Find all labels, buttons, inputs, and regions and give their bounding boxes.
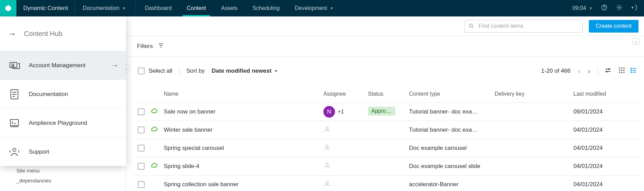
search-icon bbox=[468, 23, 474, 29]
avatar: N bbox=[323, 106, 335, 118]
nav-documentation[interactable]: Documentation ▼ bbox=[75, 0, 136, 16]
filter-icon[interactable] bbox=[158, 42, 164, 51]
content-table: Name Assignee Status Content type Delive… bbox=[136, 85, 639, 191]
th-delivery-key[interactable]: Delivery key bbox=[495, 91, 573, 97]
next-page-button[interactable]: › bbox=[586, 67, 592, 75]
dropdown-item[interactable]: Amplience Playground bbox=[0, 108, 126, 137]
cloud-published-icon bbox=[151, 126, 164, 134]
row-last-modified: 04/01/2024 bbox=[573, 145, 635, 152]
th-name[interactable]: Name bbox=[164, 91, 323, 97]
svg-point-21 bbox=[326, 127, 328, 129]
svg-rect-7 bbox=[621, 67, 622, 69]
svg-rect-19 bbox=[631, 71, 632, 73]
assignee-cell[interactable]: N+1 bbox=[323, 106, 368, 118]
divider bbox=[598, 67, 598, 75]
row-checkbox[interactable] bbox=[138, 181, 145, 188]
settings-sliders-icon[interactable] bbox=[604, 67, 612, 76]
clock[interactable]: 09:04 ▼ bbox=[572, 5, 593, 11]
row-content-type: Tutorial banner- doc exam… bbox=[409, 108, 481, 115]
svg-rect-11 bbox=[623, 70, 625, 71]
svg-rect-14 bbox=[623, 72, 625, 73]
svg-point-1 bbox=[604, 9, 605, 9]
logo-tile[interactable] bbox=[0, 0, 16, 16]
grid-view-button[interactable] bbox=[618, 67, 626, 76]
svg-point-2 bbox=[619, 7, 620, 9]
dropdown-item[interactable]: Account Management→ bbox=[0, 51, 126, 80]
svg-rect-17 bbox=[631, 70, 632, 71]
table-row[interactable]: Spring collection sale banneraccelerator… bbox=[136, 176, 639, 191]
row-checkbox[interactable] bbox=[138, 145, 145, 152]
row-checkbox[interactable] bbox=[138, 163, 145, 170]
svg-point-22 bbox=[326, 145, 328, 147]
search-input[interactable] bbox=[478, 23, 579, 29]
table-row[interactable]: Winter sale bannerTutorial banner- doc e… bbox=[136, 121, 639, 139]
filters-label[interactable]: Filters bbox=[137, 43, 153, 50]
prev-page-button[interactable]: ‹ bbox=[577, 67, 582, 75]
row-content-type: Doc example carousel slide bbox=[409, 163, 481, 170]
dropdown-item-icon bbox=[8, 146, 21, 158]
chevron-down-icon: ▼ bbox=[274, 69, 278, 73]
select-all[interactable]: Select all bbox=[138, 68, 172, 74]
nav-assets[interactable]: Assets bbox=[213, 0, 245, 16]
dropdown-item-label: Account Management bbox=[29, 62, 85, 69]
table-header-row: Name Assignee Status Content type Delive… bbox=[136, 85, 639, 103]
product-name: Dynamic Content bbox=[16, 0, 75, 16]
th-last-modified[interactable]: Last modified bbox=[573, 91, 635, 97]
help-icon[interactable] bbox=[601, 4, 608, 12]
nav-label: Documentation bbox=[83, 5, 120, 11]
assignee-cell[interactable] bbox=[323, 162, 368, 171]
sort-by-label: Sort by bbox=[186, 68, 205, 74]
assignee-cell[interactable] bbox=[323, 180, 368, 189]
svg-rect-25 bbox=[10, 62, 17, 68]
table-row[interactable]: Spring special carouselDoc example carou… bbox=[136, 139, 639, 157]
divider bbox=[179, 67, 179, 75]
collapse-filters-button[interactable]: ⌄ bbox=[632, 38, 639, 45]
sort-value-text: Date modified newest bbox=[212, 68, 272, 74]
create-content-button[interactable]: Create content bbox=[589, 20, 639, 33]
subheader-actions: Create content bbox=[465, 20, 639, 33]
th-assignee[interactable]: Assignee bbox=[323, 91, 368, 97]
nav-development[interactable]: Development ▼ bbox=[287, 0, 341, 16]
dropdown-item-icon bbox=[8, 88, 21, 100]
tree-item-dependancies[interactable]: _dependancies bbox=[4, 176, 122, 186]
row-checkbox[interactable] bbox=[138, 108, 145, 115]
pager: ‹ › bbox=[577, 67, 592, 75]
person-icon bbox=[323, 126, 331, 135]
nav-content[interactable]: Content bbox=[179, 0, 213, 16]
svg-rect-20 bbox=[632, 72, 636, 72]
svg-point-26 bbox=[12, 64, 14, 66]
nav-scheduling[interactable]: Scheduling bbox=[245, 0, 287, 16]
repo-dropdown: → Content Hub Account Management→Documen… bbox=[0, 16, 126, 166]
dropdown-item-label: Amplience Playground bbox=[29, 120, 87, 127]
logout-icon[interactable] bbox=[631, 4, 638, 12]
svg-rect-6 bbox=[619, 67, 620, 69]
tree-item-site-menu[interactable]: Site menu bbox=[4, 166, 122, 176]
assignee-cell[interactable] bbox=[323, 126, 368, 135]
chevron-down-icon: ▼ bbox=[589, 6, 593, 10]
svg-point-4 bbox=[608, 68, 610, 70]
sort-dropdown[interactable]: Date modified newest ▼ bbox=[212, 68, 278, 74]
table-row[interactable]: Spring slide-4Doc example carousel slide… bbox=[136, 157, 639, 176]
dropdown-item-icon bbox=[8, 117, 21, 129]
toolbar: Select all Sort by Date modified newest … bbox=[136, 57, 639, 85]
select-all-checkbox[interactable] bbox=[138, 68, 145, 74]
svg-rect-15 bbox=[631, 68, 632, 69]
assignee-cell[interactable] bbox=[323, 144, 368, 153]
logo-icon bbox=[4, 4, 12, 12]
row-last-modified: 09/01/2024 bbox=[573, 108, 635, 115]
svg-rect-18 bbox=[632, 70, 636, 71]
th-content-type[interactable]: Content type bbox=[409, 91, 495, 97]
row-checkbox[interactable] bbox=[138, 127, 145, 133]
gear-icon[interactable] bbox=[616, 4, 623, 12]
th-status[interactable]: Status bbox=[368, 91, 409, 97]
table-row[interactable]: Sale now on bannerN+1Approv…Tutorial ban… bbox=[136, 103, 639, 121]
header-right: 09:04 ▼ bbox=[572, 0, 644, 16]
search-box[interactable] bbox=[465, 20, 583, 33]
row-last-modified: 04/01/2024 bbox=[573, 181, 635, 188]
dropdown-item[interactable]: Documentation bbox=[0, 80, 126, 108]
nav-dashboard[interactable]: Dashboard bbox=[137, 0, 179, 16]
person-icon bbox=[323, 144, 331, 153]
dropdown-item[interactable]: Support bbox=[0, 137, 126, 166]
dropdown-item-label: Support bbox=[29, 148, 49, 155]
list-view-button[interactable] bbox=[630, 67, 637, 76]
